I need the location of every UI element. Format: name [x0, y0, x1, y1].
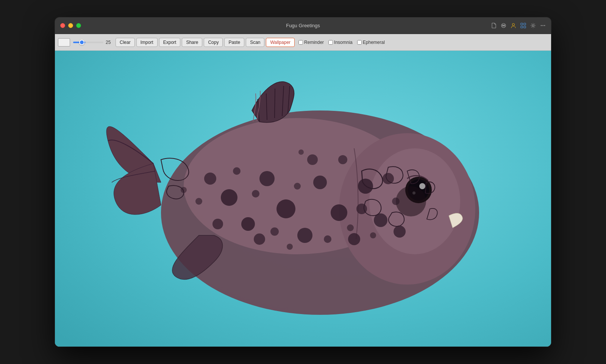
mask-icon[interactable] — [500, 23, 506, 29]
svg-point-28 — [259, 171, 275, 186]
ephemeral-label[interactable]: Ephemeral — [357, 40, 385, 45]
svg-point-37 — [394, 226, 406, 238]
slider-container: 25 — [73, 40, 112, 45]
gear-icon[interactable] — [530, 23, 536, 29]
titlebar-icon-group — [490, 23, 546, 29]
ephemeral-checkbox[interactable] — [357, 40, 362, 45]
svg-point-47 — [270, 227, 279, 236]
paste-button[interactable]: Paste — [224, 38, 244, 47]
svg-point-41 — [307, 154, 318, 165]
svg-point-46 — [252, 190, 259, 198]
svg-point-8 — [532, 25, 534, 26]
checkbox-group: Reminder Insomnia Ephemeral — [298, 40, 385, 45]
clear-button[interactable]: Clear — [116, 38, 135, 47]
close-button[interactable] — [60, 23, 65, 28]
svg-point-55 — [287, 244, 293, 250]
svg-point-1 — [502, 25, 503, 26]
svg-rect-7 — [524, 26, 526, 28]
svg-point-51 — [370, 232, 376, 238]
svg-point-31 — [313, 176, 327, 189]
toolbar: 25 Clear Import Export Share Copy Paste … — [55, 34, 551, 51]
svg-point-10 — [542, 25, 543, 26]
extension-icon[interactable] — [520, 23, 526, 29]
reminder-label[interactable]: Reminder — [298, 40, 324, 45]
minimize-button[interactable] — [68, 23, 73, 28]
svg-rect-4 — [521, 23, 523, 25]
svg-point-27 — [241, 217, 255, 231]
svg-point-9 — [540, 25, 541, 26]
svg-point-38 — [204, 173, 216, 185]
svg-point-0 — [501, 23, 506, 28]
scan-button[interactable]: Scan — [246, 38, 264, 47]
slider-value: 25 — [106, 40, 112, 45]
fish-canvas — [55, 51, 551, 347]
svg-point-40 — [254, 233, 265, 245]
insomnia-checkbox[interactable] — [328, 40, 333, 45]
svg-point-39 — [212, 219, 223, 229]
svg-line-17 — [275, 89, 275, 118]
svg-point-56 — [298, 149, 304, 155]
window-title: Fugu Greetings — [286, 23, 320, 28]
svg-point-29 — [276, 199, 295, 218]
svg-rect-6 — [521, 26, 523, 28]
share-button[interactable]: Share — [182, 38, 202, 47]
svg-point-32 — [331, 204, 347, 221]
svg-point-24 — [419, 183, 425, 189]
brush-size-slider[interactable] — [73, 42, 103, 43]
svg-point-33 — [348, 233, 360, 245]
svg-point-52 — [392, 198, 400, 205]
svg-point-2 — [504, 25, 504, 26]
app-window: Fugu Greetings — [55, 17, 551, 347]
svg-point-45 — [233, 167, 241, 175]
person-icon[interactable] — [510, 23, 516, 29]
file-icon[interactable] — [490, 23, 497, 29]
maximize-button[interactable] — [76, 23, 81, 28]
svg-point-36 — [383, 173, 394, 184]
svg-point-3 — [512, 23, 514, 26]
import-button[interactable]: Import — [136, 38, 158, 47]
image-area — [55, 51, 551, 347]
svg-rect-5 — [524, 23, 526, 25]
fish-illustration — [55, 51, 551, 347]
svg-point-48 — [294, 183, 301, 190]
titlebar: Fugu Greetings — [55, 17, 551, 34]
svg-point-26 — [221, 189, 237, 206]
svg-point-53 — [195, 198, 202, 205]
svg-point-11 — [544, 25, 545, 26]
svg-point-50 — [347, 224, 354, 231]
svg-point-49 — [324, 235, 331, 243]
svg-point-30 — [297, 228, 312, 243]
copy-button[interactable]: Copy — [204, 38, 223, 47]
export-button[interactable]: Export — [159, 38, 181, 47]
insomnia-label[interactable]: Insomnia — [328, 40, 353, 45]
wallpaper-button[interactable]: Wallpaper — [266, 38, 295, 47]
svg-point-44 — [396, 186, 426, 216]
reminder-checkbox[interactable] — [298, 40, 303, 45]
menu-icon[interactable] — [540, 23, 546, 29]
color-swatch[interactable] — [58, 38, 70, 47]
svg-point-42 — [338, 155, 347, 164]
traffic-lights — [60, 23, 81, 28]
